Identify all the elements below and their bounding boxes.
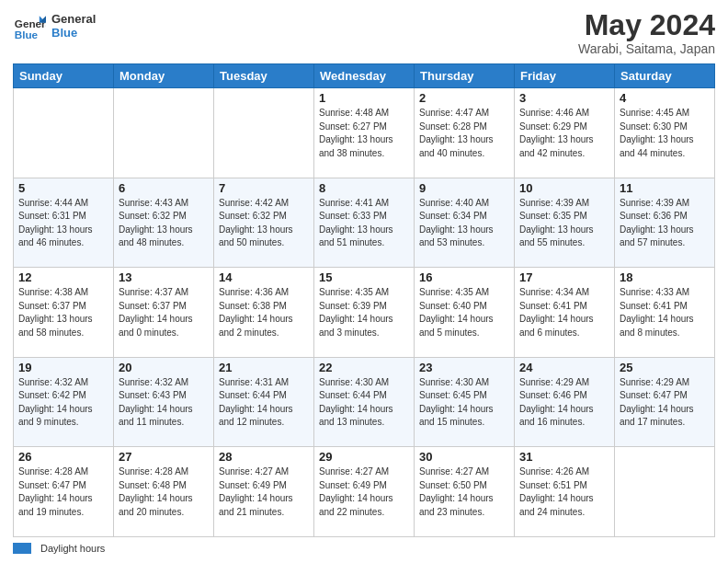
day-number: 18 xyxy=(620,270,710,284)
logo-blue: Blue xyxy=(51,26,96,40)
table-row: 29Sunrise: 4:27 AM Sunset: 6:49 PM Dayli… xyxy=(314,447,415,537)
page: General Blue General Blue May 2024 Warab… xyxy=(0,0,728,563)
day-info: Sunrise: 4:47 AM Sunset: 6:28 PM Dayligh… xyxy=(419,107,509,160)
legend-box xyxy=(13,543,31,554)
day-number: 20 xyxy=(119,361,209,374)
day-number: 28 xyxy=(219,450,309,464)
day-info: Sunrise: 4:43 AM Sunset: 6:32 PM Dayligh… xyxy=(119,197,209,250)
table-row xyxy=(14,88,114,178)
day-number: 9 xyxy=(419,181,509,195)
day-number: 7 xyxy=(219,181,309,195)
calendar-week-row: 1Sunrise: 4:48 AM Sunset: 6:27 PM Daylig… xyxy=(14,88,715,178)
table-row: 3Sunrise: 4:46 AM Sunset: 6:29 PM Daylig… xyxy=(515,88,615,178)
day-number: 23 xyxy=(419,361,509,374)
col-tuesday: Tuesday xyxy=(214,64,314,88)
table-row: 24Sunrise: 4:29 AM Sunset: 6:46 PM Dayli… xyxy=(515,357,615,447)
day-info: Sunrise: 4:36 AM Sunset: 6:38 PM Dayligh… xyxy=(219,286,309,339)
table-row: 7Sunrise: 4:42 AM Sunset: 6:32 PM Daylig… xyxy=(214,178,314,268)
table-row: 14Sunrise: 4:36 AM Sunset: 6:38 PM Dayli… xyxy=(214,268,314,358)
day-info: Sunrise: 4:29 AM Sunset: 6:47 PM Dayligh… xyxy=(620,376,710,430)
calendar-table: Sunday Monday Tuesday Wednesday Thursday… xyxy=(13,63,715,537)
table-row xyxy=(615,447,715,537)
day-info: Sunrise: 4:27 AM Sunset: 6:49 PM Dayligh… xyxy=(319,465,409,519)
table-row: 28Sunrise: 4:27 AM Sunset: 6:49 PM Dayli… xyxy=(214,447,314,537)
day-info: Sunrise: 4:40 AM Sunset: 6:34 PM Dayligh… xyxy=(419,197,509,250)
table-row: 30Sunrise: 4:27 AM Sunset: 6:50 PM Dayli… xyxy=(415,447,515,537)
col-friday: Friday xyxy=(515,64,615,88)
day-info: Sunrise: 4:28 AM Sunset: 6:48 PM Dayligh… xyxy=(119,465,209,519)
day-info: Sunrise: 4:39 AM Sunset: 6:36 PM Dayligh… xyxy=(620,197,710,250)
col-saturday: Saturday xyxy=(615,64,715,88)
header: General Blue General Blue May 2024 Warab… xyxy=(13,9,715,56)
day-info: Sunrise: 4:35 AM Sunset: 6:40 PM Dayligh… xyxy=(419,286,509,339)
day-number: 29 xyxy=(319,450,409,464)
day-info: Sunrise: 4:29 AM Sunset: 6:46 PM Dayligh… xyxy=(519,376,609,430)
table-row: 20Sunrise: 4:32 AM Sunset: 6:43 PM Dayli… xyxy=(114,357,214,447)
day-number: 8 xyxy=(319,181,409,195)
col-wednesday: Wednesday xyxy=(314,64,415,88)
day-number: 17 xyxy=(519,270,609,284)
day-info: Sunrise: 4:30 AM Sunset: 6:45 PM Dayligh… xyxy=(419,376,509,430)
col-monday: Monday xyxy=(114,64,214,88)
day-number: 22 xyxy=(319,361,409,374)
table-row: 9Sunrise: 4:40 AM Sunset: 6:34 PM Daylig… xyxy=(415,178,515,268)
table-row: 1Sunrise: 4:48 AM Sunset: 6:27 PM Daylig… xyxy=(314,88,415,178)
logo-general: General xyxy=(51,12,96,26)
day-info: Sunrise: 4:38 AM Sunset: 6:37 PM Dayligh… xyxy=(18,286,108,339)
day-number: 25 xyxy=(620,361,710,374)
page-title: May 2024 xyxy=(578,9,715,41)
table-row: 13Sunrise: 4:37 AM Sunset: 6:37 PM Dayli… xyxy=(114,268,214,358)
table-row: 26Sunrise: 4:28 AM Sunset: 6:47 PM Dayli… xyxy=(14,447,114,537)
table-row xyxy=(114,88,214,178)
table-row: 22Sunrise: 4:30 AM Sunset: 6:44 PM Dayli… xyxy=(314,357,415,447)
table-row: 19Sunrise: 4:32 AM Sunset: 6:42 PM Dayli… xyxy=(14,357,114,447)
day-info: Sunrise: 4:32 AM Sunset: 6:42 PM Dayligh… xyxy=(18,376,108,430)
col-thursday: Thursday xyxy=(415,64,515,88)
legend-label: Daylight hours xyxy=(40,543,105,554)
day-number: 21 xyxy=(219,361,309,374)
day-info: Sunrise: 4:42 AM Sunset: 6:32 PM Dayligh… xyxy=(219,197,309,250)
calendar-header-row: Sunday Monday Tuesday Wednesday Thursday… xyxy=(14,64,715,88)
calendar-week-row: 19Sunrise: 4:32 AM Sunset: 6:42 PM Dayli… xyxy=(14,357,715,447)
svg-text:Blue: Blue xyxy=(15,29,39,40)
day-info: Sunrise: 4:26 AM Sunset: 6:51 PM Dayligh… xyxy=(519,465,609,519)
day-number: 27 xyxy=(119,450,209,464)
logo-icon: General Blue xyxy=(13,9,46,42)
table-row: 18Sunrise: 4:33 AM Sunset: 6:41 PM Dayli… xyxy=(615,268,715,358)
calendar-week-row: 5Sunrise: 4:44 AM Sunset: 6:31 PM Daylig… xyxy=(14,178,715,268)
day-number: 6 xyxy=(119,181,209,195)
day-number: 10 xyxy=(519,181,609,195)
table-row: 8Sunrise: 4:41 AM Sunset: 6:33 PM Daylig… xyxy=(314,178,415,268)
day-info: Sunrise: 4:46 AM Sunset: 6:29 PM Dayligh… xyxy=(519,107,609,160)
table-row: 15Sunrise: 4:35 AM Sunset: 6:39 PM Dayli… xyxy=(314,268,415,358)
day-number: 14 xyxy=(219,270,309,284)
table-row: 11Sunrise: 4:39 AM Sunset: 6:36 PM Dayli… xyxy=(615,178,715,268)
table-row: 16Sunrise: 4:35 AM Sunset: 6:40 PM Dayli… xyxy=(415,268,515,358)
col-sunday: Sunday xyxy=(14,64,114,88)
title-block: May 2024 Warabi, Saitama, Japan xyxy=(578,9,715,56)
table-row xyxy=(214,88,314,178)
day-info: Sunrise: 4:34 AM Sunset: 6:41 PM Dayligh… xyxy=(519,286,609,339)
day-number: 26 xyxy=(18,450,108,464)
day-info: Sunrise: 4:33 AM Sunset: 6:41 PM Dayligh… xyxy=(620,286,710,339)
day-number: 30 xyxy=(419,450,509,464)
table-row: 2Sunrise: 4:47 AM Sunset: 6:28 PM Daylig… xyxy=(415,88,515,178)
table-row: 12Sunrise: 4:38 AM Sunset: 6:37 PM Dayli… xyxy=(14,268,114,358)
day-info: Sunrise: 4:45 AM Sunset: 6:30 PM Dayligh… xyxy=(620,107,710,160)
day-number: 5 xyxy=(18,181,108,195)
day-info: Sunrise: 4:28 AM Sunset: 6:47 PM Dayligh… xyxy=(18,465,108,519)
day-info: Sunrise: 4:41 AM Sunset: 6:33 PM Dayligh… xyxy=(319,197,409,250)
table-row: 4Sunrise: 4:45 AM Sunset: 6:30 PM Daylig… xyxy=(615,88,715,178)
day-number: 19 xyxy=(18,361,108,374)
day-number: 31 xyxy=(519,450,609,464)
calendar-week-row: 26Sunrise: 4:28 AM Sunset: 6:47 PM Dayli… xyxy=(14,447,715,537)
logo: General Blue General Blue xyxy=(13,9,96,42)
table-row: 6Sunrise: 4:43 AM Sunset: 6:32 PM Daylig… xyxy=(114,178,214,268)
table-row: 23Sunrise: 4:30 AM Sunset: 6:45 PM Dayli… xyxy=(415,357,515,447)
day-number: 2 xyxy=(419,91,509,105)
day-number: 24 xyxy=(519,361,609,374)
table-row: 31Sunrise: 4:26 AM Sunset: 6:51 PM Dayli… xyxy=(515,447,615,537)
day-info: Sunrise: 4:30 AM Sunset: 6:44 PM Dayligh… xyxy=(319,376,409,430)
day-number: 3 xyxy=(519,91,609,105)
day-info: Sunrise: 4:44 AM Sunset: 6:31 PM Dayligh… xyxy=(18,197,108,250)
